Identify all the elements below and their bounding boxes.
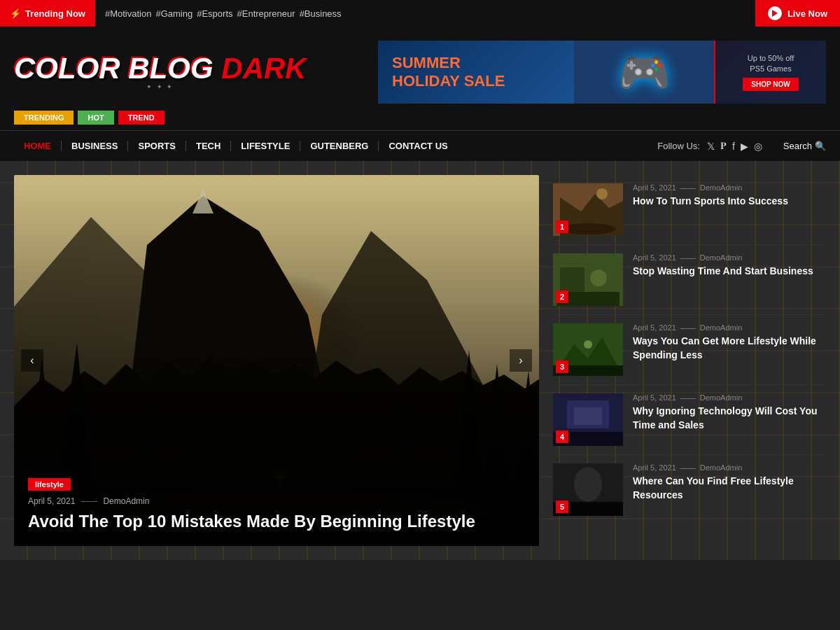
- category-tabs: TRENDING HOT TREND: [0, 111, 840, 130]
- sidebar-info-3: April 5, 2021 —— DemoAdmin Ways You Can …: [633, 323, 826, 362]
- nav-contact[interactable]: CONTACT US: [379, 141, 457, 151]
- sidebar-num-4: 4: [556, 430, 568, 443]
- sidebar-item-2: 2 April 5, 2021 —— DemoAdmin Stop Wastin…: [553, 245, 826, 315]
- sidebar-title-5[interactable]: Where Can You Find Free Lifestyle Resour…: [633, 475, 826, 502]
- site-header: COLOR BLOG DARK ✦ ✦ ✦ SUMMER HOLIDAY SAL…: [0, 27, 840, 111]
- svg-rect-34: [574, 407, 602, 425]
- tag-entrepreneur[interactable]: #Entrepreneur: [237, 8, 295, 19]
- sidebar-meta-2: April 5, 2021 —— DemoAdmin: [633, 253, 826, 262]
- nav-sports[interactable]: SPORTS: [128, 141, 186, 151]
- gamepad-icon: 🎮: [618, 48, 671, 97]
- nav-gutenberg[interactable]: GUTENBERG: [300, 141, 379, 151]
- ticker-bar: ⚡ Trending Now #Motivation #Gaming #Espo…: [0, 0, 840, 27]
- nav-tech[interactable]: TECH: [186, 141, 231, 151]
- sidebar-thumb-4: 4: [553, 393, 623, 446]
- hero-image: lifestyle April 5, 2021 —— DemoAdmin Avo…: [14, 175, 539, 546]
- search-icon: 🔍: [815, 141, 826, 151]
- ticker-tags: #Motivation #Gaming #Esports #Entreprene…: [95, 8, 351, 19]
- sidebar-meta-4: April 5, 2021 —— DemoAdmin: [633, 393, 826, 402]
- sidebar-author-5: DemoAdmin: [700, 463, 743, 472]
- sidebar-info-2: April 5, 2021 —— DemoAdmin Stop Wasting …: [633, 253, 826, 279]
- sidebar-item-3: 3 April 5, 2021 —— DemoAdmin Ways You Ca…: [553, 315, 826, 385]
- facebook-icon[interactable]: f: [732, 141, 735, 152]
- nav-lifestyle[interactable]: LIFESTYLE: [231, 141, 300, 151]
- nav-links: HOME BUSINESS SPORTS TECH LIFESTYLE GUTE…: [14, 141, 657, 151]
- svg-rect-25: [560, 267, 584, 292]
- sidebar-num-1: 1: [556, 220, 568, 233]
- hero-content: lifestyle April 5, 2021 —— DemoAdmin Avo…: [28, 477, 525, 532]
- social-icons: 𝕏 𝐏 f ▶ ◎: [707, 140, 762, 152]
- hero-title[interactable]: Avoid The Top 10 Mistakes Made By Beginn…: [28, 510, 525, 532]
- tag-esports[interactable]: #Esports: [197, 8, 232, 19]
- svg-point-37: [574, 467, 602, 502]
- nav-business[interactable]: BUSINESS: [62, 141, 128, 151]
- sidebar-meta-5: April 5, 2021 —— DemoAdmin: [633, 463, 826, 472]
- sidebar-item-4: 4 April 5, 2021 —— DemoAdmin Why Ignorin…: [553, 385, 826, 455]
- sidebar-meta-1: April 5, 2021 —— DemoAdmin: [633, 183, 826, 192]
- sidebar-info-4: April 5, 2021 —— DemoAdmin Why Ignoring …: [633, 393, 826, 432]
- shop-now-button[interactable]: SHOP NOW: [743, 78, 798, 91]
- sidebar-item: 1 April 5, 2021 —— DemoAdmin How To Turn…: [553, 175, 826, 245]
- sidebar-thumb-2: 2: [553, 253, 623, 306]
- follow-us-label: Follow Us:: [657, 141, 700, 151]
- site-logo[interactable]: COLOR BLOG DARK: [14, 54, 307, 83]
- sidebar-item-5: 5 April 5, 2021 —— DemoAdmin Where Can Y…: [553, 455, 826, 524]
- svg-point-23: [560, 223, 616, 234]
- hero-meta: April 5, 2021 —— DemoAdmin: [28, 496, 525, 506]
- sidebar-thumb-3: 3: [553, 323, 623, 376]
- lightning-icon: ⚡: [10, 8, 21, 19]
- svg-point-30: [584, 340, 592, 349]
- logo-container: COLOR BLOG DARK ✦ ✦ ✦: [14, 54, 307, 90]
- sidebar-num-3: 3: [556, 360, 568, 373]
- main-nav: HOME BUSINESS SPORTS TECH LIFESTYLE GUTE…: [0, 130, 840, 161]
- hero-author: DemoAdmin: [103, 496, 149, 506]
- youtube-icon[interactable]: ▶: [741, 141, 748, 152]
- pinterest-icon[interactable]: 𝐏: [720, 140, 727, 152]
- sidebar-meta-3: April 5, 2021 —— DemoAdmin: [633, 323, 826, 332]
- ad-right-text: Up to 50% off PS5 Games: [748, 53, 794, 74]
- sidebar-thumb-1: 1: [553, 183, 623, 236]
- sidebar-author-1: DemoAdmin: [700, 183, 743, 192]
- sidebar-title-3[interactable]: Ways You Can Get More Lifestyle While Sp…: [633, 335, 826, 362]
- instagram-icon[interactable]: ◎: [754, 141, 762, 152]
- sidebar-author-2: DemoAdmin: [700, 253, 743, 262]
- sidebar-date-3: April 5, 2021: [633, 323, 676, 332]
- hero-slider: lifestyle April 5, 2021 —— DemoAdmin Avo…: [14, 175, 539, 546]
- nav-right: Follow Us: 𝕏 𝐏 f ▶ ◎ Search 🔍: [657, 140, 826, 152]
- sidebar-num-5: 5: [556, 500, 568, 513]
- svg-point-22: [596, 188, 608, 200]
- hot-tab[interactable]: HOT: [78, 111, 113, 125]
- ad-left: SUMMER HOLIDAY SALE: [378, 41, 574, 104]
- sidebar-date-5: April 5, 2021: [633, 463, 676, 472]
- sidebar-date-4: April 5, 2021: [633, 393, 676, 402]
- next-arrow[interactable]: ›: [510, 349, 532, 372]
- sidebar-num-2: 2: [556, 290, 568, 303]
- trending-tab[interactable]: TRENDING: [14, 111, 74, 125]
- tag-motivation[interactable]: #Motivation: [105, 8, 151, 19]
- ad-right: Up to 50% off PS5 Games SHOP NOW: [714, 41, 826, 104]
- search-button[interactable]: Search 🔍: [783, 141, 826, 151]
- tag-business[interactable]: #Business: [300, 8, 342, 19]
- sidebar-title-2[interactable]: Stop Wasting Time And Start Business: [633, 265, 826, 279]
- ad-title: SUMMER HOLIDAY SALE: [392, 54, 560, 91]
- ticker-left: ⚡ Trending Now #Motivation #Gaming #Espo…: [0, 0, 351, 27]
- twitter-icon[interactable]: 𝕏: [707, 141, 715, 152]
- sidebar-date-1: April 5, 2021: [633, 183, 676, 192]
- prev-arrow[interactable]: ‹: [21, 349, 43, 372]
- sidebar-date-2: April 5, 2021: [633, 253, 676, 262]
- main-content: lifestyle April 5, 2021 —— DemoAdmin Avo…: [0, 161, 840, 560]
- live-now-button[interactable]: Live Now: [755, 0, 840, 27]
- nav-home[interactable]: HOME: [14, 141, 62, 151]
- svg-point-26: [590, 270, 607, 286]
- sidebar: 1 April 5, 2021 —— DemoAdmin How To Turn…: [553, 175, 826, 546]
- tag-gaming[interactable]: #Gaming: [155, 8, 192, 19]
- sidebar-title-4[interactable]: Why Ignoring Technology Will Cost You Ti…: [633, 405, 826, 432]
- sidebar-thumb-5: 5: [553, 463, 623, 516]
- ad-middle: 🎮: [574, 41, 714, 104]
- sidebar-title-1[interactable]: How To Turn Sports Into Success: [633, 195, 826, 209]
- sidebar-author-4: DemoAdmin: [700, 393, 743, 402]
- hero-category-badge[interactable]: lifestyle: [28, 478, 71, 491]
- ad-banner: SUMMER HOLIDAY SALE 🎮 Up to 50% off PS5 …: [378, 41, 826, 104]
- sidebar-info-5: April 5, 2021 —— DemoAdmin Where Can You…: [633, 463, 826, 502]
- trend-tab[interactable]: TREND: [118, 111, 164, 125]
